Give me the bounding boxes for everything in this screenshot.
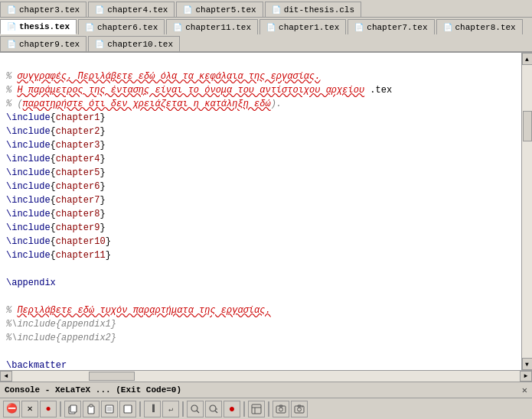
scroll-left-button[interactable]: ◄: [0, 371, 12, 382]
tab-chapter7[interactable]: 📄 chapter7.tex: [348, 19, 434, 34]
tab-label: chapter4.tex: [107, 5, 168, 15]
toolbar-divider-4: [243, 401, 245, 417]
console-close-button[interactable]: ✕: [522, 385, 527, 396]
file-icon: 📄: [266, 23, 276, 32]
console-error-button[interactable]: ●: [40, 401, 57, 417]
console-camera2-button[interactable]: [291, 401, 308, 417]
file-icon: 📄: [85, 23, 94, 32]
file-icon: 📄: [7, 40, 16, 49]
console-title: Console - XeLaTeX ... (Exit Code=0): [5, 385, 522, 395]
file-icon: 📄: [443, 23, 452, 32]
svg-point-16: [279, 408, 283, 411]
tab-label: thesis.tex: [19, 22, 70, 31]
tab-label: chapter10.tex: [107, 40, 173, 49]
hscroll-track[interactable]: [12, 371, 520, 382]
tab-label: chapter6.tex: [97, 23, 158, 32]
editor-content: % συγγραφές. Περιλάβετε εδώ όλα τα κεφάλ…: [0, 53, 521, 370]
tab-bar-row1: 📄 chapter3.tex 📄 chapter4.tex 📄 chapter5…: [0, 0, 532, 18]
tab-chapter3[interactable]: 📄 chapter3.tex: [0, 2, 86, 17]
console-camera-button[interactable]: [273, 401, 289, 417]
svg-rect-3: [90, 404, 93, 407]
svg-point-9: [210, 405, 216, 411]
tab-label: chapter8.tex: [455, 23, 516, 32]
toolbar-divider-3: [182, 401, 184, 417]
console-copy-button[interactable]: [64, 401, 81, 417]
toolbar-divider-1: [60, 401, 61, 417]
tab-label: chapter7.tex: [367, 23, 427, 32]
scroll-up-button[interactable]: ▲: [522, 53, 533, 65]
file-icon: 📄: [354, 23, 364, 32]
console-clear-button[interactable]: ✕: [21, 401, 38, 417]
file-icon: 📄: [183, 5, 192, 15]
tab-label: chapter9.tex: [19, 40, 80, 49]
svg-rect-6: [124, 405, 132, 413]
tab-chapter4[interactable]: 📄 chapter4.tex: [88, 2, 175, 17]
hscroll-thumb[interactable]: [89, 372, 135, 381]
tab-thesis[interactable]: 📄 thesis.tex: [0, 19, 77, 34]
file-icon: 📄: [95, 5, 104, 15]
toolbar-divider-2: [139, 401, 141, 417]
tab-chapter10[interactable]: 📄 chapter10.tex: [88, 36, 180, 51]
tab-bar-row2: 📄 thesis.tex 📄 chapter6.tex 📄 chapter11.…: [0, 18, 532, 53]
tab-label: chapter5.tex: [195, 5, 256, 15]
svg-rect-12: [252, 404, 261, 414]
tab-dit-thesis[interactable]: 📄 dit-thesis.cls: [265, 2, 361, 17]
console-wrap-button[interactable]: ↵: [162, 401, 179, 417]
tab-label: dit-thesis.cls: [284, 5, 354, 15]
console-search-button[interactable]: [187, 401, 204, 417]
horizontal-scrollbar[interactable]: ◄ ►: [0, 370, 532, 381]
console-select-button[interactable]: [119, 401, 136, 417]
tab-chapter6[interactable]: 📄 chapter6.tex: [78, 19, 165, 34]
vertical-scrollbar[interactable]: ▲ ▼: [521, 53, 532, 370]
tab-chapter8[interactable]: 📄 chapter8.tex: [436, 19, 523, 34]
tab-label: chapter3.tex: [19, 5, 80, 15]
svg-line-8: [197, 411, 199, 413]
editor-container: % συγγραφές. Περιλάβετε εδώ όλα τα κεφάλ…: [0, 53, 532, 370]
tab-chapter5[interactable]: 📄 chapter5.tex: [176, 2, 263, 17]
console-paste-button[interactable]: [83, 401, 100, 417]
console-toolbar: ⛔ ✕ ● ▐ ↵: [0, 398, 532, 419]
scroll-right-button[interactable]: ►: [520, 371, 532, 382]
tab-chapter9[interactable]: 📄 chapter9.tex: [0, 36, 86, 51]
svg-point-19: [298, 408, 302, 411]
tab-chapter1[interactable]: 📄 chapter1.tex: [259, 19, 346, 34]
svg-rect-1: [70, 405, 77, 412]
console-settings-button[interactable]: [248, 401, 265, 417]
file-icon: 📄: [95, 40, 104, 49]
console-bar: Console - XeLaTeX ... (Exit Code=0) ✕: [0, 381, 532, 398]
toolbar-divider-5: [268, 401, 269, 417]
scroll-thumb[interactable]: [523, 111, 532, 141]
file-icon: 📄: [7, 22, 16, 31]
console-error-indicator[interactable]: ●: [224, 401, 240, 417]
file-icon: 📄: [173, 23, 182, 32]
console-block-select-button[interactable]: ▐: [144, 401, 161, 417]
file-icon: 📄: [272, 5, 281, 15]
editor-scroll[interactable]: % συγγραφές. Περιλάβετε εδώ όλα τα κεφάλ…: [0, 53, 521, 370]
scroll-track[interactable]: [522, 65, 533, 358]
file-icon: 📄: [7, 5, 16, 15]
tab-label: chapter1.tex: [279, 23, 339, 32]
svg-line-10: [215, 411, 217, 413]
tab-label: chapter11.tex: [185, 23, 251, 32]
console-stop-button[interactable]: ⛔: [3, 401, 20, 417]
console-search-next-button[interactable]: [205, 401, 222, 417]
tab-chapter11[interactable]: 📄 chapter11.tex: [166, 19, 258, 34]
svg-point-7: [191, 405, 197, 411]
svg-rect-5: [107, 407, 112, 411]
console-select-all-button[interactable]: [101, 401, 118, 417]
scroll-down-button[interactable]: ▼: [522, 358, 533, 370]
